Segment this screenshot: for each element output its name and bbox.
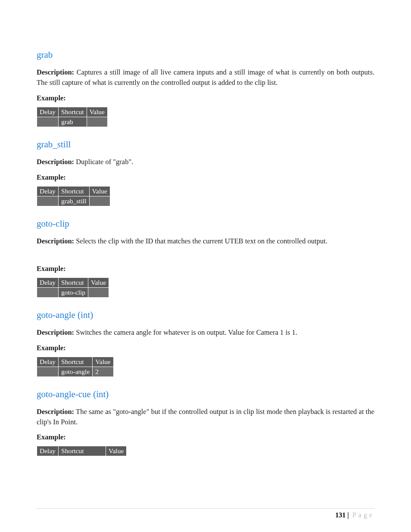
shortcut-table: Delay Shortcut Value grab [37, 107, 108, 127]
description-label: Description: [37, 328, 74, 336]
col-shortcut-header: Shortcut [59, 277, 88, 287]
col-delay-header: Delay [37, 186, 59, 196]
col-value-header: Value [106, 446, 127, 456]
table-row: goto-angle 2 [37, 367, 114, 376]
cell-delay [37, 196, 59, 206]
table-header-row: Delay Shortcut Value [37, 446, 127, 456]
cell-value [87, 117, 107, 127]
col-delay-header: Delay [37, 277, 59, 287]
example-label: Example: [37, 94, 374, 103]
page-footer: 131 | Page [37, 508, 374, 519]
cell-delay [37, 367, 59, 376]
shortcut-table: Delay Shortcut Value goto-angle 2 [37, 357, 114, 377]
table-row: grab [37, 117, 108, 127]
example-label: Example: [37, 433, 374, 442]
page-word: Page [352, 511, 374, 519]
page-number-sep: | [346, 511, 351, 519]
cell-shortcut: goto-angle [59, 367, 93, 376]
example-label: Example: [37, 173, 374, 182]
cell-shortcut: goto-clip [59, 287, 88, 297]
shortcut-table: Delay Shortcut Value grab_still [37, 186, 110, 206]
cell-shortcut: grab [59, 117, 87, 127]
example-label: Example: [37, 344, 374, 352]
page-content: grab Description: Captures a still image… [0, 0, 411, 456]
section-heading: grab [37, 50, 374, 60]
table-row: goto-clip [37, 287, 109, 297]
col-value-header: Value [89, 186, 110, 196]
description-paragraph: Description: Selects the clip with the I… [37, 236, 374, 246]
col-shortcut-header: Shortcut [59, 446, 106, 456]
cell-value: 2 [93, 367, 113, 376]
col-value-header: Value [87, 107, 107, 117]
description-text: Captures a still image of all live camer… [37, 68, 374, 87]
cell-delay [37, 287, 59, 297]
description-label: Description: [37, 408, 74, 416]
col-value-header: Value [93, 357, 113, 367]
description-label: Description: [37, 158, 74, 166]
shortcut-table: Delay Shortcut Value [37, 446, 127, 456]
section-heading: goto-clip [37, 218, 374, 229]
example-label: Example: [37, 264, 374, 273]
col-delay-header: Delay [37, 107, 59, 117]
description-paragraph: Description: Duplicate of "grab". [37, 157, 374, 167]
col-delay-header: Delay [37, 446, 59, 456]
spacer [37, 252, 374, 264]
cell-delay [37, 117, 59, 127]
description-text: Selects the clip with the ID that matche… [76, 237, 327, 245]
section-heading: grab_still [37, 139, 374, 150]
page-number: 131 [335, 511, 346, 519]
table-header-row: Delay Shortcut Value [37, 357, 114, 367]
cell-shortcut: grab_still [59, 196, 90, 206]
description-label: Description: [37, 237, 74, 245]
description-label: Description: [37, 68, 74, 76]
cell-value [89, 196, 110, 206]
table-header-row: Delay Shortcut Value [37, 107, 108, 117]
section-heading: goto-angle-cue (int) [37, 389, 374, 400]
col-shortcut-header: Shortcut [59, 107, 87, 117]
table-header-row: Delay Shortcut Value [37, 186, 110, 196]
col-value-header: Value [88, 277, 109, 287]
description-text: The same as "goto-angle" but if the cont… [37, 408, 374, 426]
cell-value [88, 287, 109, 297]
shortcut-table: Delay Shortcut Value goto-clip [37, 277, 109, 298]
description-paragraph: Description: The same as "goto-angle" bu… [37, 407, 374, 427]
col-shortcut-header: Shortcut [59, 186, 90, 196]
description-paragraph: Description: Captures a still image of a… [37, 67, 374, 88]
section-heading: goto-angle (int) [37, 310, 374, 320]
description-text: Duplicate of "grab". [76, 158, 133, 166]
table-row: grab_still [37, 196, 110, 206]
col-delay-header: Delay [37, 357, 59, 367]
description-text: Switches the camera angle for whatever i… [76, 328, 297, 336]
col-shortcut-header: Shortcut [59, 357, 93, 367]
table-header-row: Delay Shortcut Value [37, 277, 109, 287]
description-paragraph: Description: Switches the camera angle f… [37, 327, 374, 338]
